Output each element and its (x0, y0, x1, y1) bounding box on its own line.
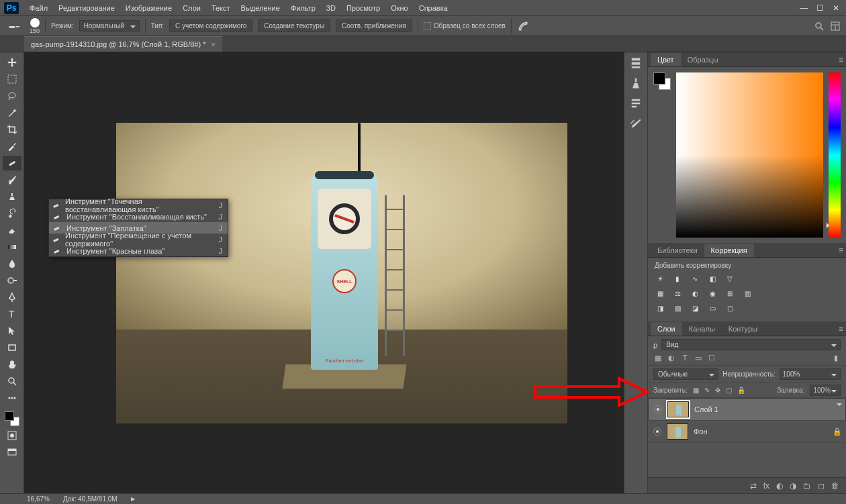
brush-preset-picker[interactable]: 150 (30, 18, 40, 34)
workspace-icon[interactable] (830, 21, 841, 32)
layer-mask-icon[interactable]: ◐ (776, 481, 783, 491)
eyedropper-tool[interactable] (3, 139, 21, 154)
magic-wand-tool[interactable] (3, 105, 21, 120)
lock-pixels-icon[interactable]: ✎ (704, 387, 710, 394)
layer-filter-select[interactable]: Вид (661, 339, 841, 350)
properties-panel-icon[interactable] (629, 117, 643, 130)
opacity-input[interactable]: 100% (780, 368, 841, 380)
type-tool[interactable]: T (3, 307, 21, 321)
lock-transparent-icon[interactable]: ▦ (693, 387, 699, 394)
filter-smart-icon[interactable]: ☐ (707, 353, 716, 362)
panel-menu-icon[interactable]: ≡ (839, 55, 843, 64)
adj-lut-icon[interactable]: ▥ (742, 288, 753, 299)
link-layers-icon[interactable]: ⇄ (750, 481, 757, 491)
window-maximize-icon[interactable]: ☐ (815, 3, 825, 13)
panel-menu-icon[interactable]: ≡ (839, 246, 843, 255)
paragraph-panel-icon[interactable] (629, 97, 643, 110)
lasso-tool[interactable] (3, 89, 21, 103)
menu-edit[interactable]: Редактирование (58, 4, 115, 12)
layer-name[interactable]: Слой 1 (694, 405, 840, 413)
menu-help[interactable]: Справка (419, 4, 448, 12)
adj-threshold-icon[interactable]: ◪ (690, 303, 700, 313)
adj-levels-icon[interactable]: ▮ (672, 273, 683, 284)
blur-tool[interactable] (3, 256, 21, 271)
menu-view[interactable]: Просмотр (346, 4, 380, 12)
sample-all-layers-checkbox[interactable]: Образец со всех слоев (424, 22, 506, 30)
gradient-tool[interactable] (3, 240, 21, 254)
foreground-background-swatch[interactable] (5, 411, 19, 426)
doc-size-value[interactable]: Док: 40,5M/81,0M (63, 495, 117, 503)
zoom-value[interactable]: 16,67% (27, 495, 50, 503)
adj-selective-icon[interactable]: ▢ (724, 303, 735, 313)
dodge-tool[interactable] (3, 273, 21, 288)
marquee-tool[interactable] (3, 72, 21, 87)
window-minimize-icon[interactable]: — (799, 3, 808, 13)
flyout-item[interactable]: Инструмент "Точечная восстанавливающая к… (49, 199, 228, 211)
lock-all-icon[interactable]: 🔒 (737, 387, 745, 394)
hand-tool[interactable] (3, 357, 21, 372)
color-swatch-pair[interactable] (653, 72, 671, 90)
filter-adjust-icon[interactable]: ◐ (667, 353, 676, 362)
visibility-icon[interactable] (654, 405, 662, 413)
close-tab-icon[interactable]: × (211, 40, 216, 48)
pressure-icon[interactable] (517, 20, 529, 32)
visibility-icon[interactable] (653, 427, 661, 436)
rectangle-tool[interactable] (3, 340, 21, 355)
new-layer-icon[interactable]: ◻ (818, 481, 825, 491)
menu-filter[interactable]: Фильтр (291, 4, 316, 12)
adj-balance-icon[interactable]: ⚖ (672, 288, 683, 299)
tab-adjustments[interactable]: Коррекция (704, 244, 754, 257)
window-close-icon[interactable]: ✕ (831, 3, 841, 13)
brushes-panel-icon[interactable] (629, 77, 643, 90)
adj-gradient-map-icon[interactable]: ▭ (707, 303, 718, 313)
color-field[interactable] (676, 72, 823, 238)
history-brush-tool[interactable] (3, 206, 21, 221)
fill-input[interactable]: 100% (810, 385, 841, 396)
brush-tool[interactable] (3, 172, 21, 187)
type-texture-button[interactable]: Создание текстуры (258, 19, 330, 32)
flyout-item[interactable]: Инструмент "Восстанавливающая кисть"J (49, 211, 228, 222)
tab-libraries[interactable]: Библиотеки (651, 244, 704, 257)
move-tool[interactable] (3, 55, 21, 70)
tab-paths[interactable]: Контуры (722, 322, 764, 336)
quick-mask-tool[interactable] (3, 428, 21, 443)
pen-tool[interactable] (3, 290, 21, 305)
blend-mode-layer-select[interactable]: Обычные (653, 368, 718, 380)
blend-mode-select[interactable]: Нормальный (79, 20, 140, 32)
adj-exposure-icon[interactable]: ◧ (707, 273, 718, 284)
filter-toggle-icon[interactable]: ▮ (831, 353, 841, 362)
tab-layers[interactable]: Слои (651, 322, 682, 336)
layer-row[interactable]: Фон🔒 (648, 421, 846, 443)
panel-menu-icon[interactable]: ≡ (839, 324, 843, 334)
tab-swatches[interactable]: Образцы (681, 53, 725, 66)
flyout-item[interactable]: Инструмент "Перемещение с учетом содержи… (49, 234, 228, 245)
layer-thumbnail[interactable] (667, 423, 688, 440)
adj-vibrance-icon[interactable]: ▽ (724, 273, 735, 284)
layer-fx-icon[interactable]: fx (763, 481, 769, 491)
type-content-aware-button[interactable]: С учетом содержимого (169, 19, 252, 32)
tab-channels[interactable]: Каналы (682, 322, 722, 336)
history-panel-icon[interactable] (629, 56, 643, 70)
eraser-tool[interactable] (3, 223, 21, 238)
layer-thumbnail[interactable] (667, 401, 689, 417)
adj-brightness-icon[interactable]: ☀ (655, 273, 665, 284)
menu-file[interactable]: Файл (30, 4, 48, 12)
screen-mode-tool[interactable] (3, 445, 21, 460)
tab-color[interactable]: Цвет (651, 53, 681, 66)
adj-bw-icon[interactable]: ◐ (690, 288, 700, 299)
type-proximity-button[interactable]: Соотв. приближения (336, 19, 412, 32)
hue-slider[interactable] (829, 72, 841, 238)
layer-row[interactable]: Слой 1 (648, 398, 846, 421)
adj-invert-icon[interactable]: ◨ (655, 303, 665, 313)
lock-artboard-icon[interactable]: ▢ (726, 387, 732, 394)
filter-pixel-icon[interactable]: ▦ (653, 353, 663, 362)
current-tool-icon[interactable] (5, 19, 24, 34)
zoom-tool[interactable] (3, 374, 21, 389)
adj-curves-icon[interactable]: ∿ (690, 273, 700, 284)
adj-channel-mixer-icon[interactable]: ⊞ (724, 288, 735, 299)
lock-position-icon[interactable]: ✥ (715, 387, 720, 394)
menu-window[interactable]: Окно (391, 4, 408, 12)
edit-toolbar-icon[interactable] (3, 391, 21, 405)
document-tab[interactable]: gas-pump-1914310.jpg @ 16,7% (Слой 1, RG… (24, 36, 222, 52)
new-adjustment-icon[interactable]: ◑ (790, 481, 796, 491)
